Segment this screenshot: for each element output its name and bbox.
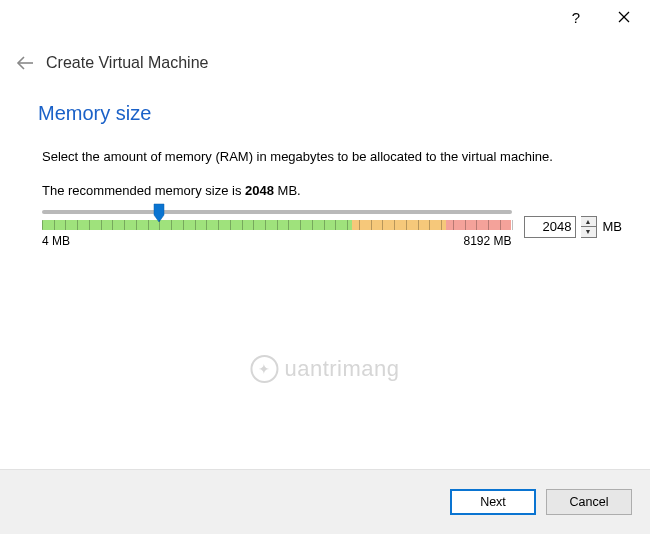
watermark: ✦ uantrimang — [250, 355, 399, 383]
watermark-icon: ✦ — [250, 355, 278, 383]
stepper-down[interactable]: ▼ — [581, 227, 596, 237]
slider-min-label: 4 MB — [42, 234, 70, 248]
range-warn — [352, 220, 446, 230]
memory-unit: MB — [603, 219, 623, 234]
back-button[interactable] — [14, 52, 36, 74]
recommend-suffix: MB. — [274, 183, 301, 198]
help-button[interactable]: ? — [556, 2, 596, 32]
close-button[interactable] — [604, 2, 644, 32]
description-text: Select the amount of memory (RAM) in meg… — [38, 147, 622, 167]
slider-track — [42, 210, 512, 214]
range-danger — [446, 220, 512, 230]
slider-range-bar — [42, 220, 512, 230]
memory-input[interactable] — [524, 216, 576, 238]
memory-slider[interactable]: 4 MB 8192 MB — [42, 206, 512, 248]
slider-thumb[interactable] — [153, 203, 165, 223]
recommend-prefix: The recommended memory size is — [42, 183, 245, 198]
recommended-text: The recommended memory size is 2048 MB. — [38, 183, 622, 198]
memory-stepper[interactable]: ▲ ▼ — [581, 216, 597, 238]
recommend-value: 2048 — [245, 183, 274, 198]
close-icon — [618, 11, 630, 23]
back-arrow-icon — [16, 55, 34, 71]
section-title: Memory size — [38, 102, 622, 125]
cancel-button[interactable]: Cancel — [546, 489, 632, 515]
next-button[interactable]: Next — [450, 489, 536, 515]
stepper-up[interactable]: ▲ — [581, 217, 596, 228]
header: Create Virtual Machine — [0, 34, 650, 88]
footer: Next Cancel — [0, 470, 650, 534]
range-safe — [42, 220, 352, 230]
watermark-text: uantrimang — [284, 356, 399, 382]
window-title: Create Virtual Machine — [46, 54, 208, 72]
slider-max-label: 8192 MB — [463, 234, 511, 248]
help-icon: ? — [572, 9, 580, 26]
